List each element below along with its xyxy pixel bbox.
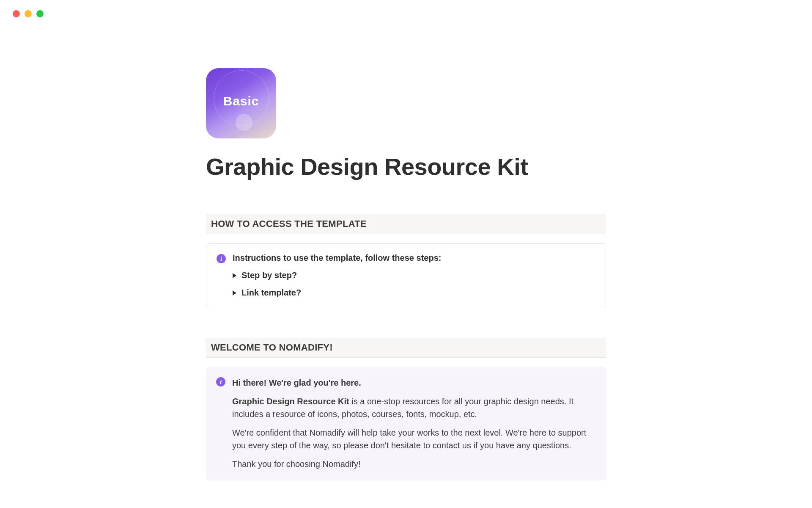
chevron-right-icon	[233, 290, 236, 295]
callout-body: Hi there! We're glad you're here. Graphi…	[232, 376, 596, 470]
info-icon: i	[216, 377, 225, 387]
page-icon[interactable]: Basic	[206, 68, 276, 138]
toggle-label: Link template?	[241, 288, 301, 298]
welcome-thanks: Thank you for choosing Nomadify!	[232, 458, 596, 470]
toggle-label: Step by step?	[241, 271, 297, 280]
toggle-step-by-step[interactable]: Step by step?	[233, 271, 595, 280]
maximize-window-button[interactable]	[36, 10, 44, 17]
info-icon: i	[217, 254, 226, 263]
welcome-confidence: We're confident that Nomadify will help …	[232, 426, 596, 452]
section-header-welcome: WELCOME TO NOMADIFY!	[206, 338, 606, 358]
window-controls	[0, 0, 812, 17]
instructions-heading: Instructions to use the template, follow…	[233, 253, 595, 263]
welcome-intro-bold: Graphic Design Resource Kit	[232, 397, 349, 406]
close-window-button[interactable]	[13, 10, 20, 17]
welcome-intro: Graphic Design Resource Kit is a one-sto…	[232, 395, 596, 420]
page-icon-label: Basic	[223, 94, 259, 108]
callout-welcome: i Hi there! We're glad you're here. Grap…	[206, 367, 606, 480]
chevron-right-icon	[233, 273, 236, 278]
page-content: Basic Graphic Design Resource Kit HOW TO…	[206, 68, 606, 480]
callout-instructions: i Instructions to use the template, foll…	[206, 243, 606, 308]
toggle-link-template[interactable]: Link template?	[233, 288, 595, 298]
section-header-access: HOW TO ACCESS THE TEMPLATE	[206, 214, 606, 234]
welcome-greeting: Hi there! We're glad you're here.	[232, 376, 596, 389]
page-title: Graphic Design Resource Kit	[206, 153, 606, 180]
minimize-window-button[interactable]	[25, 10, 32, 17]
callout-body: Instructions to use the template, follow…	[233, 253, 595, 298]
